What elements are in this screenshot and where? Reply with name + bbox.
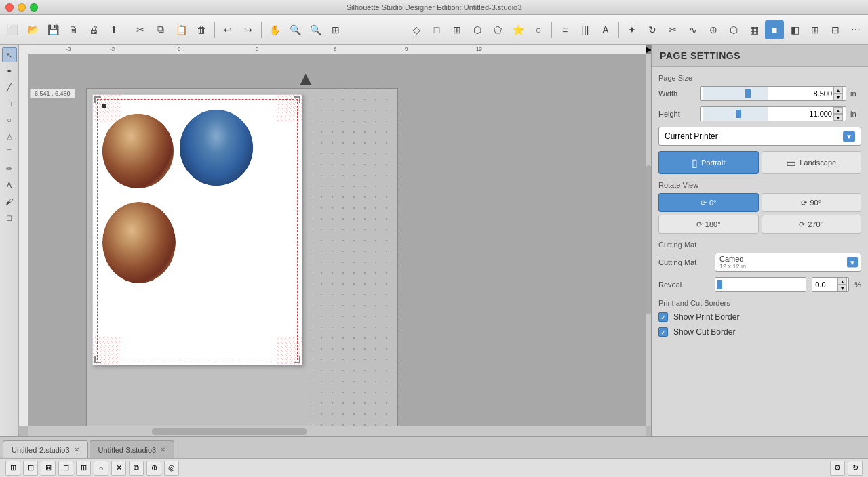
new-button[interactable]: ⬜ xyxy=(3,20,22,39)
maximize-button[interactable] xyxy=(30,3,38,12)
zoom-fit-button[interactable]: ⊞ xyxy=(326,20,345,39)
rotate-180-button[interactable]: ⟳ 180° xyxy=(658,215,759,234)
height-step-down[interactable]: ▼ xyxy=(833,114,843,121)
height-input[interactable]: 11.000 ▲ ▼ xyxy=(700,106,846,121)
zoom-out-button[interactable]: 🔍 xyxy=(306,20,325,39)
ellipse-tool[interactable]: ○ xyxy=(2,112,17,127)
save-button[interactable]: 💾 xyxy=(43,20,62,39)
minimize-button[interactable] xyxy=(18,3,26,12)
status-path[interactable]: ○ xyxy=(94,461,108,476)
status-duplicate[interactable]: ◎ xyxy=(164,461,179,476)
width-stepper[interactable]: ▲ ▼ xyxy=(833,87,843,100)
align-v-button[interactable]: ||| xyxy=(576,20,595,39)
height-step-up[interactable]: ▲ xyxy=(833,107,843,114)
silhouette-tool-5[interactable]: ⬠ xyxy=(488,20,507,39)
scrollbar-thumb-h[interactable] xyxy=(152,428,307,435)
canvas-area[interactable]: -3 -2 0 3 6 9 12 6.541 , 6.480 ▲ xyxy=(19,45,651,436)
rotate-270-button[interactable]: ⟳ 270° xyxy=(762,215,862,234)
fill-button[interactable]: ✦ xyxy=(623,20,642,39)
status-group[interactable]: ⊡ xyxy=(23,461,38,476)
grid-tool[interactable]: ⊞ xyxy=(806,20,825,39)
paste-button[interactable]: 📋 xyxy=(172,20,191,39)
silhouette-tool-2[interactable]: □ xyxy=(427,20,446,39)
copy-button[interactable]: ⧉ xyxy=(151,20,170,39)
text-button[interactable]: A xyxy=(596,20,615,39)
delete-button[interactable]: 🗑 xyxy=(192,20,211,39)
polygon-tool[interactable]: △ xyxy=(2,129,17,144)
eraser-tool[interactable]: ◻ xyxy=(2,210,17,225)
landscape-button[interactable]: ▭ Landscape xyxy=(762,151,862,174)
tab-untitled3[interactable]: Untitled-3.studio3 ✕ xyxy=(90,440,175,458)
mat-dropdown[interactable]: Cameo 12 x 12 in ▼ xyxy=(715,253,861,272)
paint-tool[interactable]: 🖌 xyxy=(2,194,17,209)
photo-1[interactable] xyxy=(102,114,174,188)
table-tool[interactable]: ⊟ xyxy=(826,20,845,39)
rotate-tool[interactable]: ↻ xyxy=(643,20,662,39)
status-ungroup[interactable]: ⊠ xyxy=(41,461,56,476)
width-step-down[interactable]: ▼ xyxy=(833,94,843,100)
status-select-all[interactable]: ⊞ xyxy=(5,461,20,476)
width-input[interactable]: 8.500 ▲ ▼ xyxy=(700,86,846,101)
reveal-stepper[interactable]: ▲ ▼ xyxy=(837,278,847,291)
printer-dropdown[interactable]: Current Printer ▼ xyxy=(658,127,861,146)
status-align[interactable]: ⊟ xyxy=(58,461,73,476)
weld-tool[interactable]: ⊕ xyxy=(704,20,723,39)
status-copy[interactable]: ⧉ xyxy=(129,461,144,476)
zoom-in-button[interactable]: 🔍 xyxy=(285,20,304,39)
node-tool[interactable]: ✦ xyxy=(2,64,17,79)
freehand-tool[interactable]: ✏ xyxy=(2,161,17,176)
path-tool[interactable]: ∿ xyxy=(684,20,703,39)
undo-button[interactable]: ↩ xyxy=(218,20,237,39)
scrollbar-vertical[interactable] xyxy=(646,54,651,426)
rotate-90-button[interactable]: ⟳ 90° xyxy=(762,193,862,212)
open-button[interactable]: 📂 xyxy=(23,20,42,39)
active-tool[interactable]: ■ xyxy=(765,20,784,39)
reveal-step-down[interactable]: ▼ xyxy=(837,285,847,291)
trace-tool[interactable]: ⬡ xyxy=(724,20,743,39)
expand-arrow[interactable]: ▶ xyxy=(646,45,651,54)
status-settings[interactable]: ⚙ xyxy=(830,461,845,476)
silhouette-tool-1[interactable]: ◇ xyxy=(407,20,426,39)
silhouette-tool-4[interactable]: ⬡ xyxy=(468,20,487,39)
scrollbar-thumb-v[interactable] xyxy=(646,165,651,314)
width-step-up[interactable]: ▲ xyxy=(833,87,843,94)
panel-tool[interactable]: ▦ xyxy=(745,20,764,39)
portrait-button[interactable]: ▯ Portrait xyxy=(658,151,759,174)
bezier-tool[interactable]: ⌒ xyxy=(2,145,17,160)
redo-button[interactable]: ↪ xyxy=(239,20,258,39)
cut-tool[interactable]: ✂ xyxy=(663,20,682,39)
status-distribute[interactable]: ⊞ xyxy=(76,461,91,476)
reveal-bar[interactable] xyxy=(715,277,806,292)
silhouette-tool-3[interactable]: ⊞ xyxy=(448,20,467,39)
printer-dropdown-arrow[interactable]: ▼ xyxy=(843,131,855,142)
status-refresh[interactable]: ↻ xyxy=(848,461,863,476)
rotate-0-button[interactable]: ⟳ 0° xyxy=(658,193,759,212)
select-tool[interactable]: ↖ xyxy=(2,47,17,62)
window-controls[interactable] xyxy=(5,3,38,12)
reveal-step-up[interactable]: ▲ xyxy=(837,278,847,285)
photo-2[interactable] xyxy=(180,110,253,186)
photo-3[interactable] xyxy=(102,202,176,283)
more-tool[interactable]: ⋯ xyxy=(846,20,865,39)
view-tool[interactable]: ◧ xyxy=(785,20,804,39)
status-delete[interactable]: ✕ xyxy=(111,461,126,476)
cut-border-checkbox[interactable]: ✓ xyxy=(658,327,668,337)
close-button[interactable] xyxy=(5,3,14,12)
pan-button[interactable]: ✋ xyxy=(265,20,284,39)
align-h-button[interactable]: ≡ xyxy=(555,20,574,39)
canvas-scroll[interactable]: ▲ xyxy=(28,54,646,426)
tab-untitled2-close[interactable]: ✕ xyxy=(74,446,79,453)
height-stepper[interactable]: ▲ ▼ xyxy=(833,107,843,121)
cut-button[interactable]: ✂ xyxy=(131,20,150,39)
rectangle-tool[interactable]: □ xyxy=(2,96,17,111)
silhouette-tool-7[interactable]: ○ xyxy=(529,20,548,39)
silhouette-tool-6[interactable]: ⭐ xyxy=(509,20,528,39)
reveal-value-field[interactable]: 0.0 ▲ ▼ xyxy=(812,277,849,292)
tab-untitled2[interactable]: Untitled-2.studio3 ✕ xyxy=(3,440,88,458)
mat-dropdown-arrow[interactable]: ▼ xyxy=(847,257,858,268)
saveas-button[interactable]: 🗎 xyxy=(64,20,83,39)
export-button[interactable]: ⬆ xyxy=(104,20,123,39)
line-tool[interactable]: ╱ xyxy=(2,80,17,95)
cutting-mat[interactable]: S silhouette_ xyxy=(86,88,398,426)
text-left-tool[interactable]: A xyxy=(2,178,17,192)
